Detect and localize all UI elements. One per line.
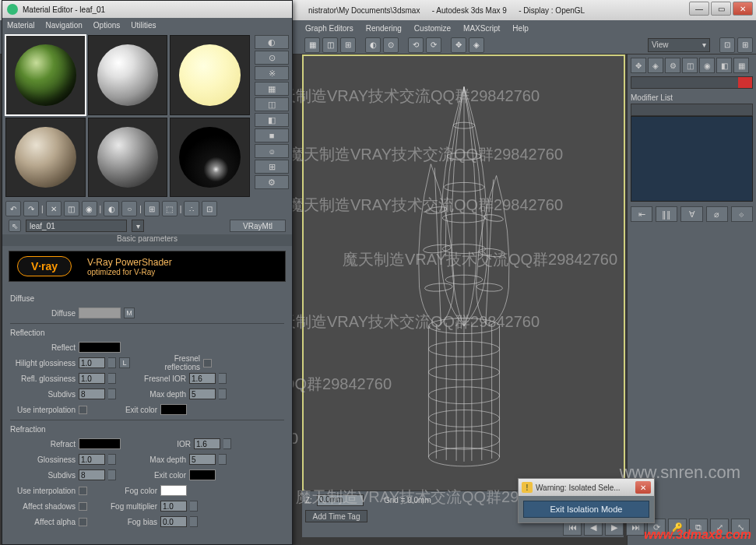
- stack-btn-show[interactable]: ‖‖: [656, 206, 677, 222]
- toolbar-button-4[interactable]: ◐: [365, 37, 381, 53]
- spinner-arrows-icon[interactable]: [223, 438, 231, 449]
- me-tb-5[interactable]: ◉: [82, 201, 97, 216]
- toolbar-button-1[interactable]: ▦: [304, 37, 320, 53]
- stack-btn-remove[interactable]: ⌀: [706, 206, 728, 222]
- fog-mult-spinner[interactable]: 1.0: [160, 501, 187, 512]
- diffuse-map-button[interactable]: M: [124, 308, 135, 318]
- toolbar-button-8[interactable]: ✥: [451, 37, 466, 53]
- toolbar-button-6[interactable]: ⟲: [408, 37, 424, 53]
- material-map-nav-button[interactable]: ⊞: [255, 160, 289, 174]
- sample-type-button[interactable]: ◐: [255, 35, 289, 49]
- refract-color-swatch[interactable]: [79, 438, 121, 449]
- material-slot-5[interactable]: [88, 118, 168, 198]
- background-button[interactable]: ※: [255, 66, 289, 80]
- me-menu-navigation[interactable]: Navigation: [46, 21, 83, 30]
- toolbar-button-2[interactable]: ◫: [322, 37, 338, 53]
- exit-isolation-button[interactable]: Exit Isolation Mode: [523, 501, 649, 518]
- video-check-button[interactable]: ◫: [255, 97, 289, 111]
- object-color-swatch[interactable]: [738, 77, 752, 88]
- r-subdivs-spinner[interactable]: 8: [79, 469, 105, 480]
- material-slot-1[interactable]: [5, 35, 86, 115]
- me-menu-utilities[interactable]: Utilities: [131, 21, 156, 30]
- spinner-arrows-icon[interactable]: [190, 516, 198, 527]
- coord-system-dropdown[interactable]: View ▾: [648, 38, 710, 52]
- menu-graph-editors[interactable]: Graph Editors: [305, 24, 353, 33]
- refl-gloss-spinner[interactable]: 1.0: [79, 373, 105, 384]
- toolbar-button-7[interactable]: ⟳: [426, 37, 441, 53]
- tab-hierarchy[interactable]: ⚙: [665, 58, 680, 73]
- fog-color-swatch[interactable]: [160, 485, 187, 496]
- tab-create[interactable]: ✥: [631, 58, 646, 73]
- me-menu-material[interactable]: Material: [7, 21, 35, 30]
- me-tb-11[interactable]: ⊡: [202, 201, 217, 216]
- affect-shadows-checkbox[interactable]: [79, 502, 87, 511]
- ior-spinner[interactable]: 1.6: [194, 438, 220, 449]
- max-depth-spinner[interactable]: 5: [189, 389, 216, 399]
- toolbar-button-9[interactable]: ◈: [469, 37, 484, 53]
- fog-bias-spinner[interactable]: 0.0: [160, 516, 187, 527]
- reflect-color-swatch[interactable]: [79, 342, 121, 353]
- material-slot-3[interactable]: [170, 35, 250, 115]
- toolbar-button-10[interactable]: ⊡: [719, 37, 735, 53]
- material-type-button[interactable]: VRayMtl: [230, 220, 286, 232]
- add-time-tag-button[interactable]: Add Time Tag: [305, 510, 367, 522]
- backlight-button[interactable]: ⊙: [255, 51, 289, 65]
- fresnel-checkbox[interactable]: [203, 359, 212, 367]
- me-menu-options[interactable]: Options: [93, 21, 120, 30]
- subdivs-spinner[interactable]: 8: [79, 389, 105, 399]
- viewport-perspective[interactable]: [302, 54, 625, 518]
- r-use-interp-checkbox[interactable]: [79, 487, 87, 495]
- toolbar-button-3[interactable]: ⊞: [340, 37, 356, 53]
- material-slot-4[interactable]: [5, 118, 86, 198]
- hilight-lock-button[interactable]: L: [119, 357, 130, 368]
- spinner-arrows-icon[interactable]: [219, 373, 227, 384]
- me-tb-1[interactable]: ↶: [5, 201, 21, 216]
- glossiness-spinner[interactable]: 1.0: [79, 454, 105, 465]
- stack-btn-unique[interactable]: ∀: [680, 206, 702, 222]
- iso-close-button[interactable]: ✕: [635, 481, 651, 494]
- me-tb-6[interactable]: ◐: [104, 201, 119, 216]
- me-tb-9[interactable]: ⬚: [162, 201, 178, 216]
- r-max-depth-spinner[interactable]: 5: [189, 454, 216, 465]
- spinner-arrows-icon[interactable]: [108, 454, 116, 465]
- modifier-stack[interactable]: [631, 116, 753, 202]
- toolbar-button-11[interactable]: ⊞: [737, 37, 753, 53]
- close-button[interactable]: ✕: [733, 2, 753, 16]
- tab-motion[interactable]: ◫: [682, 58, 698, 73]
- spinner-arrows-icon[interactable]: [108, 357, 116, 368]
- spinner-arrows-icon[interactable]: [219, 389, 227, 399]
- spinner-arrows-icon[interactable]: [108, 389, 116, 399]
- stack-btn-pin[interactable]: ⇤: [631, 206, 652, 222]
- material-slot-6[interactable]: [170, 118, 250, 198]
- sample-uv-button[interactable]: ▦: [255, 82, 289, 96]
- menu-customize[interactable]: Customize: [414, 24, 451, 33]
- minimize-button[interactable]: —: [689, 2, 709, 16]
- material-name-input[interactable]: [26, 220, 127, 232]
- me-tb-8[interactable]: ⊞: [144, 201, 160, 216]
- use-interp-checkbox[interactable]: [79, 406, 87, 414]
- menu-rendering[interactable]: Rendering: [366, 24, 402, 33]
- toolbar-button-5[interactable]: ⊙: [383, 37, 399, 53]
- settings-button[interactable]: ⚙: [255, 175, 289, 189]
- me-tb-3[interactable]: ✕: [46, 201, 62, 216]
- spinner-arrows-icon[interactable]: [190, 501, 198, 512]
- hilight-gloss-spinner[interactable]: 1.0: [79, 357, 105, 368]
- preview-button[interactable]: ◧: [255, 113, 289, 127]
- basic-params-header[interactable]: Basic parameters: [2, 234, 292, 246]
- z-field[interactable]: 0.0mm: [317, 494, 364, 506]
- tab-display[interactable]: ◉: [699, 58, 715, 73]
- menu-help[interactable]: Help: [512, 24, 529, 33]
- me-titlebar[interactable]: Material Editor - leaf_01: [2, 1, 292, 18]
- modifier-list-dropdown[interactable]: [631, 104, 753, 116]
- me-tb-7[interactable]: ○: [121, 201, 137, 216]
- pick-material-button[interactable]: ⇖: [9, 220, 21, 232]
- spinner-arrows-icon[interactable]: [108, 373, 116, 384]
- select-by-mat-button[interactable]: ⌾: [255, 144, 289, 158]
- tab-extra[interactable]: ▦: [733, 58, 749, 73]
- me-tb-4[interactable]: ◫: [64, 201, 79, 216]
- diffuse-color-swatch[interactable]: [79, 308, 121, 318]
- spinner-arrows-icon[interactable]: [108, 469, 116, 480]
- maximize-button[interactable]: ▭: [711, 2, 731, 16]
- me-tb-10[interactable]: ∴: [184, 201, 199, 216]
- menu-maxscript[interactable]: MAXScript: [463, 24, 500, 33]
